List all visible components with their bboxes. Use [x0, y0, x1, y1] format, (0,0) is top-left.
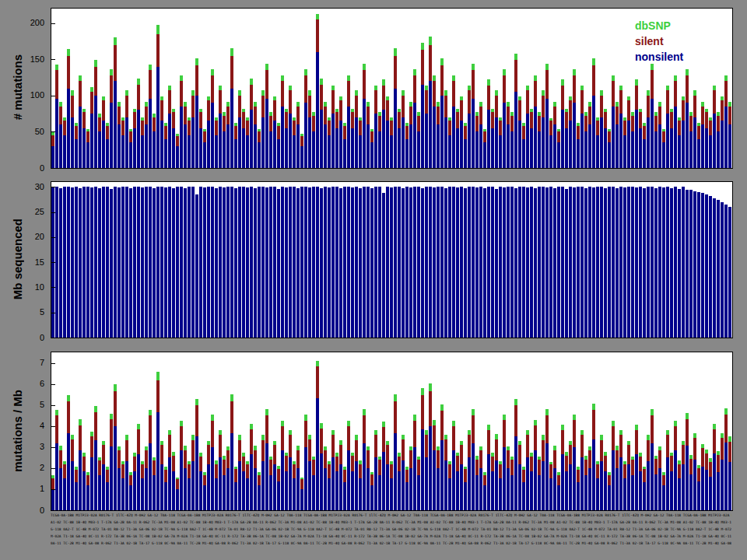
bar [281, 182, 284, 338]
sample-label-row: M-02A T1-18 GA-4Q 0C-11 R-172 TA-3B 06-1… [51, 533, 731, 540]
bar-segment-Mb sequenced [234, 188, 237, 338]
y-axis-title-mutations: # mutations [11, 54, 24, 120]
bar [285, 9, 288, 168]
bar-segment-Mb sequenced [425, 187, 428, 338]
bar-segment-silent [670, 112, 673, 128]
bar-segment-nonsilent [153, 131, 156, 168]
bar-segment-nonsilent [600, 461, 603, 510]
bar-segment-silent [639, 112, 642, 128]
bar [721, 9, 724, 168]
bar-segment-nonsilent [686, 446, 689, 510]
bar-segment-nonsilent [658, 468, 661, 510]
bar [394, 182, 397, 338]
legend-entry-nonsilent: nonsilent [635, 49, 683, 65]
bar-segment-silent [674, 426, 677, 451]
bar-segment-nonsilent [250, 110, 253, 168]
y-tick-label: 150 [0, 54, 44, 65]
bar [503, 182, 506, 338]
y-tick-label: 7 [0, 358, 44, 368]
bar [339, 9, 342, 168]
bar-segment-Mb sequenced [417, 187, 420, 338]
bar [495, 9, 498, 168]
bar [285, 352, 288, 510]
bar [717, 9, 720, 168]
bar [366, 352, 370, 510]
bar-segment-nonsilent [666, 114, 669, 168]
bar [495, 182, 498, 338]
bar-segment-nonsilent [199, 128, 202, 168]
bar-segment-silent [437, 450, 440, 468]
bar [339, 182, 342, 338]
bar-segment-nonsilent [565, 471, 568, 510]
bar [86, 182, 89, 338]
bar-segment-dbSNP [347, 75, 350, 81]
bar [246, 9, 249, 168]
bar [168, 352, 171, 510]
bar [281, 352, 284, 510]
bar-segment-Mb sequenced [370, 188, 374, 338]
bar-segment-Mb sequenced [351, 187, 354, 338]
bar-segment-Mb sequenced [168, 187, 171, 338]
bar [75, 9, 78, 168]
bar-segment-silent [549, 464, 552, 478]
y-tick-label: 1 [0, 484, 44, 494]
bar [250, 9, 253, 168]
bar [549, 9, 552, 168]
bar-segment-nonsilent [82, 471, 86, 510]
bar [398, 352, 401, 510]
bar [121, 9, 124, 168]
bar [701, 9, 704, 168]
bar-segment-silent [596, 464, 599, 478]
bar-segment-nonsilent [697, 481, 700, 510]
bar-segment-nonsilent [168, 114, 171, 168]
bar-segment-nonsilent [592, 96, 595, 168]
bar-segment-silent [117, 450, 121, 468]
bar [382, 9, 385, 168]
bar [269, 9, 272, 168]
bar-segment-silent [188, 121, 191, 135]
bar-segment-silent [721, 438, 724, 460]
bar-segment-dbSNP [363, 409, 366, 415]
bar [627, 182, 630, 338]
bar-segment-silent [370, 131, 374, 142]
bar [191, 352, 195, 510]
bar [98, 9, 101, 168]
bar-segment-silent [374, 90, 377, 114]
bar [370, 352, 374, 510]
bar-segment-nonsilent [709, 477, 712, 510]
bar [160, 9, 163, 168]
bar-segment-Mb sequenced [246, 187, 249, 338]
bar [728, 9, 731, 168]
bar-segment-nonsilent [693, 117, 696, 168]
y-tick-mark [51, 168, 55, 169]
bar-segment-silent [468, 435, 471, 457]
bar-segment-nonsilent [238, 461, 241, 510]
bar [615, 352, 619, 510]
bar [55, 352, 58, 510]
bar-segment-silent [503, 75, 506, 103]
bar-segment-Mb sequenced [721, 202, 724, 338]
bar-segment-silent [456, 112, 459, 128]
bar [440, 9, 444, 168]
bar [156, 9, 160, 168]
bar [370, 9, 374, 168]
bar-segment-nonsilent [499, 135, 502, 168]
bar-segment-nonsilent [452, 450, 455, 510]
bar [304, 9, 307, 168]
y-tick-mark [51, 363, 55, 364]
bar-segment-silent [363, 70, 366, 99]
bar [153, 9, 156, 168]
bar-segment-Mb sequenced [456, 187, 459, 338]
bar-segment-nonsilent [705, 470, 708, 510]
bar-segment-nonsilent [285, 128, 288, 168]
bar-segment-silent [475, 460, 479, 475]
bar [304, 182, 307, 338]
bar-segment-nonsilent [565, 128, 568, 168]
bar-segment-silent [662, 131, 665, 142]
bar [273, 182, 276, 338]
bar-segment-silent [114, 391, 117, 426]
bar-segment-silent [125, 96, 128, 117]
bar [425, 182, 428, 338]
bar-segment-nonsilent [553, 468, 556, 510]
bar [90, 182, 93, 338]
